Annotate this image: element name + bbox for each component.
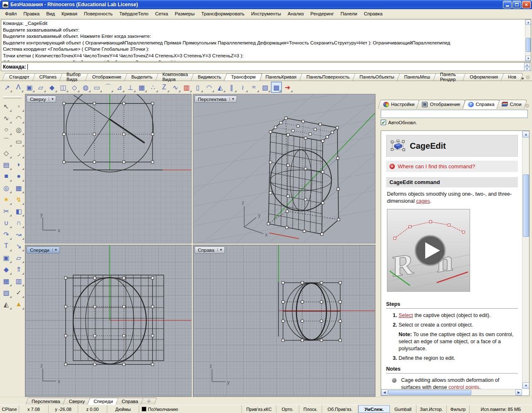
scroll-down-icon[interactable]: ▼ [522, 382, 530, 389]
tab-surface-tools[interactable]: ПанельПоверхность [300, 73, 355, 81]
close-button[interactable]: ✕ [522, 1, 531, 8]
toggle-smarttrack[interactable]: УмСлеж. [358, 405, 390, 413]
slant-icon[interactable]: ∥ [226, 82, 237, 93]
sphere-icon[interactable]: ● [13, 171, 24, 182]
smooth-icon[interactable]: ≈ [249, 82, 259, 93]
add-viewport-tab-icon[interactable]: ✛ [142, 398, 156, 405]
auto-update-checkbox[interactable]: ✔ [381, 120, 386, 125]
fillet-curve-icon[interactable]: ◞ [13, 148, 24, 158]
viewport-top-canvas[interactable]: y x [25, 94, 191, 243]
tab-drafting[interactable]: Оформления [464, 73, 504, 81]
menu-edit[interactable]: Правка [20, 10, 43, 17]
command-history[interactable]: Команда: _CageEdit Выделите захватываемы… [1, 19, 531, 61]
flow-pages-icon[interactable]: ▧ [1, 287, 12, 298]
viewport-tab-front[interactable]: Спереди [89, 398, 118, 405]
viewport-perspective-label[interactable]: Перспектива▼ [195, 96, 237, 103]
arc-icon[interactable]: ⌒ [1, 136, 12, 147]
viewport-tab-perspective[interactable]: Перспектива [27, 398, 65, 405]
tab-new[interactable]: Нов [502, 73, 522, 81]
spinner-down-icon[interactable]: ▼ [524, 67, 530, 71]
viewport-right[interactable]: Справа▼ [193, 245, 375, 397]
status-current-layer[interactable]: ПоУмолчанию [139, 405, 242, 413]
where-find-command-link[interactable]: + Where can I find this command? [386, 161, 518, 172]
cages-link[interactable]: cages [416, 198, 430, 204]
command-prompt[interactable]: Команда: ▲ ▼ [1, 62, 531, 71]
scroll-thumb[interactable] [388, 390, 471, 395]
toggle-osnap[interactable]: Об.Прив'яз. [322, 405, 358, 413]
flow-along-curve-icon[interactable]: ⌒ [103, 82, 113, 93]
viewport-right-canvas[interactable]: z y [193, 245, 375, 396]
polygon-icon[interactable]: ◇ [1, 148, 12, 158]
torus-icon[interactable]: ◎ [1, 182, 12, 193]
cage-edit-icon[interactable]: ▩ [271, 82, 282, 93]
curve-control-points-icon[interactable]: ∿ [1, 113, 12, 123]
tab-mesh-tools[interactable]: ПанельМеш [398, 73, 436, 81]
array-along-curve-icon[interactable]: ∿ [170, 82, 181, 93]
scroll-up-icon[interactable]: ▲ [525, 20, 531, 25]
array-vertical-icon[interactable]: ▥ [13, 275, 24, 286]
viewport-front[interactable]: Спереди▼ [25, 245, 192, 397]
scroll-thumb[interactable] [526, 38, 531, 52]
apply-transform-icon[interactable]: ➔ [282, 82, 293, 93]
scroll-down-icon[interactable]: ▼ [525, 56, 531, 61]
copy-objects-icon[interactable]: ▣ [1, 252, 12, 263]
viewport-perspective-canvas[interactable]: z y x [193, 94, 375, 243]
split-icon[interactable]: ◧ [13, 206, 24, 216]
toggle-filter[interactable]: Фильтр [447, 405, 470, 413]
shear-flat-icon[interactable]: ⊿ [114, 82, 125, 93]
tab-transform[interactable]: Трансформ [225, 73, 261, 81]
tab-viewport-layout[interactable]: Компоновка Видов [157, 73, 194, 81]
rectangle-icon[interactable]: ▭ [13, 136, 24, 147]
array-polar-icon[interactable]: ∴ [148, 82, 158, 93]
video-thumbnail[interactable]: R h [387, 209, 470, 292]
smash-icon[interactable]: ▭ [91, 82, 102, 93]
check-icon[interactable]: ✓ [13, 287, 24, 298]
scroll-left-icon[interactable]: ◀ [381, 389, 388, 396]
circle-icon[interactable]: ○ [1, 124, 12, 135]
viewport-top-label[interactable]: Сверху▼ [27, 96, 56, 103]
rotate-icon[interactable]: ◇ [69, 82, 80, 93]
text-icon[interactable]: T [1, 241, 12, 251]
scroll-up-icon[interactable]: ▲ [522, 131, 530, 138]
point-icon[interactable]: ◦ [13, 101, 24, 112]
array-rectangular-icon[interactable]: ▦ [136, 82, 147, 93]
help-vertical-scrollbar[interactable]: ▲ ▼ [522, 131, 529, 389]
box-icon[interactable]: ■ [1, 171, 12, 182]
tab-layers[interactable]: Слои [498, 100, 526, 109]
orient-icon[interactable]: ▱ [35, 82, 46, 93]
viewport-front-canvas[interactable]: z x [25, 245, 191, 395]
chevron-down-icon[interactable]: ▼ [217, 248, 224, 252]
menu-solid[interactable]: ТвёрдоеТело [116, 10, 152, 17]
toggle-ortho[interactable]: Орто. [276, 405, 299, 413]
menu-file[interactable]: Файл [2, 10, 20, 17]
tab-cplanes[interactable]: CPlanes [34, 73, 63, 81]
scale-1d-icon[interactable]: ▯ [192, 82, 203, 93]
menu-panels[interactable]: Панели [337, 10, 360, 17]
flow-surface-icon[interactable]: ▧ [260, 82, 271, 93]
select-link[interactable]: Select [399, 312, 413, 318]
orient-3pt-icon[interactable]: ◆ [47, 82, 57, 93]
scale-icon[interactable]: ↘ [13, 241, 24, 251]
viewport-right-label[interactable]: Справа▼ [195, 246, 225, 253]
menu-analyze[interactable]: Анализ [284, 10, 307, 17]
tab-visibility[interactable]: Видимость [192, 73, 227, 81]
boolean-intersect-icon[interactable]: ∩ [13, 217, 24, 228]
match-curve-icon[interactable]: ↝ [13, 229, 24, 240]
chevron-down-icon[interactable]: ▼ [229, 97, 236, 101]
tab-gear-icon[interactable]: ⚙ [525, 74, 530, 81]
orient-objects-icon[interactable]: ▱ [13, 252, 24, 263]
tab-standard[interactable]: Стандарт [3, 73, 35, 81]
bend-curve-icon[interactable]: Λ [13, 82, 24, 93]
boolean-union-icon[interactable]: ∪ [1, 217, 12, 228]
menu-mesh[interactable]: Сетка [152, 10, 171, 17]
spinner-up-icon[interactable]: ▲ [524, 63, 530, 67]
copy-icon[interactable]: ▣ [24, 82, 35, 93]
select-icon[interactable]: ↖ [1, 101, 12, 112]
solid-union-icon[interactable]: ◆ [1, 264, 12, 275]
viewport-front-label[interactable]: Спереди▼ [27, 246, 60, 253]
command-history-scrollbar[interactable]: ▲ ▼ [525, 20, 531, 61]
restore-button[interactable] [512, 1, 521, 8]
tab-display[interactable]: Отображение [86, 73, 127, 81]
toggle-record-history[interactable]: Зап.Истор. [416, 405, 447, 413]
menu-surface[interactable]: Поверхность [81, 10, 116, 17]
